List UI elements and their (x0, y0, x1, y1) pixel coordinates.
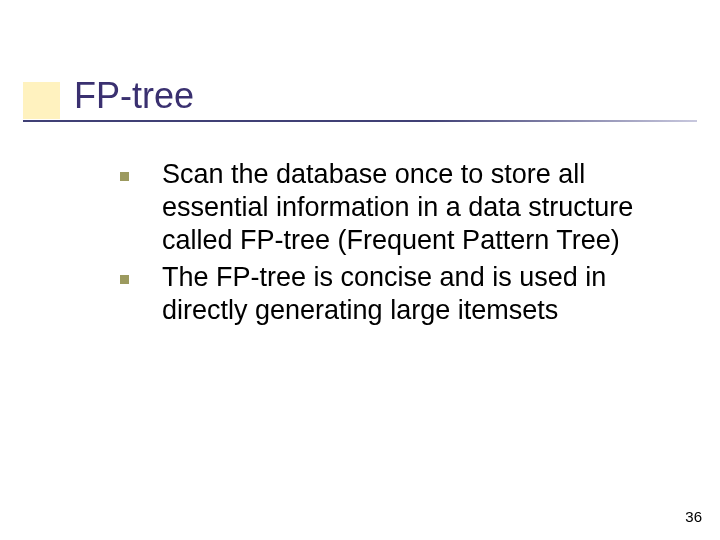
slide-title: FP-tree (74, 75, 194, 117)
bullet-text: The FP-tree is concise and is used in di… (162, 262, 606, 325)
content-area: Scan the database once to store all esse… (120, 158, 680, 331)
page-number: 36 (685, 508, 702, 525)
title-underline (23, 120, 697, 122)
square-bullet-icon (120, 275, 129, 284)
bullet-item: The FP-tree is concise and is used in di… (120, 261, 680, 327)
title-container: FP-tree (74, 75, 194, 117)
square-bullet-icon (120, 172, 129, 181)
bullet-text: Scan the database once to store all esse… (162, 159, 633, 255)
title-accent-block (23, 82, 60, 119)
bullet-item: Scan the database once to store all esse… (120, 158, 680, 257)
